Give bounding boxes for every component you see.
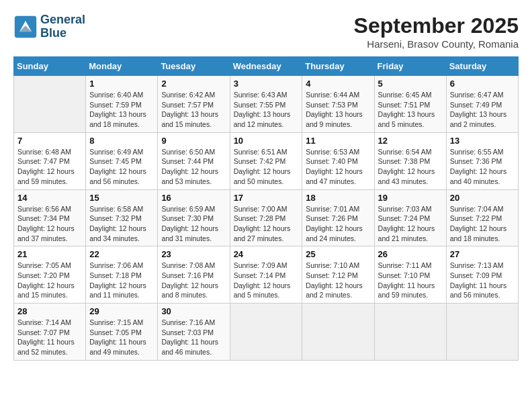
logo-icon [13, 15, 38, 39]
day-info: Sunrise: 7:04 AMSunset: 7:22 PMDaylight:… [450, 204, 515, 244]
day-info: Sunrise: 6:59 AMSunset: 7:30 PMDaylight:… [161, 204, 226, 244]
day-info: Sunrise: 6:45 AMSunset: 7:51 PMDaylight:… [378, 90, 443, 130]
calendar-cell: 30Sunrise: 7:16 AMSunset: 7:03 PMDayligh… [158, 304, 230, 361]
calendar-cell: 26Sunrise: 7:11 AMSunset: 7:10 PMDayligh… [374, 246, 446, 304]
day-info: Sunrise: 6:42 AMSunset: 7:57 PMDaylight:… [161, 90, 226, 130]
calendar-cell: 1Sunrise: 6:40 AMSunset: 7:59 PMDaylight… [86, 76, 158, 133]
calendar-cell: 23Sunrise: 7:08 AMSunset: 7:16 PMDayligh… [158, 246, 230, 304]
day-info: Sunrise: 6:55 AMSunset: 7:36 PMDaylight:… [450, 147, 515, 187]
calendar-cell [374, 304, 446, 361]
day-number: 23 [161, 249, 226, 259]
calendar-cell: 5Sunrise: 6:45 AMSunset: 7:51 PMDaylight… [374, 76, 446, 133]
day-info: Sunrise: 7:08 AMSunset: 7:16 PMDaylight:… [161, 261, 226, 300]
day-number: 6 [450, 79, 515, 89]
calendar-cell: 6Sunrise: 6:47 AMSunset: 7:49 PMDaylight… [446, 76, 518, 133]
day-info: Sunrise: 7:05 AMSunset: 7:20 PMDaylight:… [17, 261, 82, 300]
day-number: 22 [89, 249, 154, 259]
calendar-cell: 22Sunrise: 7:06 AMSunset: 7:18 PMDayligh… [86, 246, 158, 304]
weekday-header-tuesday: Tuesday [158, 57, 230, 76]
day-number: 15 [89, 193, 154, 203]
day-info: Sunrise: 7:10 AMSunset: 7:12 PMDaylight:… [306, 261, 370, 300]
weekday-header-wednesday: Wednesday [230, 57, 302, 76]
title-section: September 2025 Harseni, Brasov County, R… [354, 13, 519, 50]
page-header: General Blue September 2025 Harseni, Bra… [13, 13, 519, 50]
day-info: Sunrise: 7:00 AMSunset: 7:28 PMDaylight:… [234, 204, 299, 244]
calendar-cell [14, 76, 86, 133]
day-number: 19 [378, 193, 443, 203]
day-number: 7 [17, 136, 82, 146]
weekday-header-thursday: Thursday [302, 57, 374, 76]
day-info: Sunrise: 6:50 AMSunset: 7:44 PMDaylight:… [161, 147, 226, 187]
day-number: 10 [234, 136, 299, 146]
calendar-cell: 13Sunrise: 6:55 AMSunset: 7:36 PMDayligh… [446, 132, 518, 189]
day-info: Sunrise: 7:06 AMSunset: 7:18 PMDaylight:… [89, 261, 154, 300]
day-number: 13 [450, 136, 515, 146]
calendar-cell: 4Sunrise: 6:44 AMSunset: 7:53 PMDaylight… [302, 76, 374, 133]
day-info: Sunrise: 7:01 AMSunset: 7:26 PMDaylight:… [306, 204, 370, 244]
calendar-cell: 15Sunrise: 6:58 AMSunset: 7:32 PMDayligh… [86, 189, 158, 246]
day-number: 24 [234, 249, 299, 259]
day-info: Sunrise: 7:14 AMSunset: 7:07 PMDaylight:… [17, 318, 82, 357]
day-number: 3 [234, 79, 299, 89]
calendar-cell: 18Sunrise: 7:01 AMSunset: 7:26 PMDayligh… [302, 189, 374, 246]
day-info: Sunrise: 6:53 AMSunset: 7:40 PMDaylight:… [306, 147, 370, 187]
calendar-cell: 3Sunrise: 6:43 AMSunset: 7:55 PMDaylight… [230, 76, 302, 133]
day-info: Sunrise: 6:48 AMSunset: 7:47 PMDaylight:… [17, 147, 82, 187]
day-info: Sunrise: 7:09 AMSunset: 7:14 PMDaylight:… [234, 261, 299, 300]
day-number: 25 [306, 249, 370, 259]
weekday-header-friday: Friday [374, 57, 446, 76]
week-row-2: 7Sunrise: 6:48 AMSunset: 7:47 PMDaylight… [14, 132, 519, 189]
day-number: 28 [17, 306, 82, 316]
day-number: 18 [306, 193, 370, 203]
calendar-cell [302, 304, 374, 361]
week-row-5: 28Sunrise: 7:14 AMSunset: 7:07 PMDayligh… [14, 304, 519, 361]
calendar-cell: 2Sunrise: 6:42 AMSunset: 7:57 PMDaylight… [158, 76, 230, 133]
day-info: Sunrise: 6:58 AMSunset: 7:32 PMDaylight:… [89, 204, 154, 244]
calendar-cell: 20Sunrise: 7:04 AMSunset: 7:22 PMDayligh… [446, 189, 518, 246]
day-number: 4 [306, 79, 370, 89]
calendar-table: SundayMondayTuesdayWednesdayThursdayFrid… [13, 56, 519, 361]
weekday-header-monday: Monday [86, 57, 158, 76]
day-info: Sunrise: 7:16 AMSunset: 7:03 PMDaylight:… [161, 318, 226, 357]
calendar-cell: 8Sunrise: 6:49 AMSunset: 7:45 PMDaylight… [86, 132, 158, 189]
day-info: Sunrise: 6:40 AMSunset: 7:59 PMDaylight:… [89, 90, 154, 130]
calendar-cell: 19Sunrise: 7:03 AMSunset: 7:24 PMDayligh… [374, 189, 446, 246]
logo-text: General Blue [40, 13, 85, 40]
day-number: 16 [161, 193, 226, 203]
day-number: 17 [234, 193, 299, 203]
day-info: Sunrise: 6:56 AMSunset: 7:34 PMDaylight:… [17, 204, 82, 244]
calendar-cell: 17Sunrise: 7:00 AMSunset: 7:28 PMDayligh… [230, 189, 302, 246]
day-number: 29 [89, 306, 154, 316]
day-info: Sunrise: 7:15 AMSunset: 7:05 PMDaylight:… [89, 318, 154, 357]
month-title: September 2025 [354, 13, 519, 38]
calendar-cell: 9Sunrise: 6:50 AMSunset: 7:44 PMDaylight… [158, 132, 230, 189]
day-info: Sunrise: 6:43 AMSunset: 7:55 PMDaylight:… [234, 90, 299, 130]
calendar-cell: 29Sunrise: 7:15 AMSunset: 7:05 PMDayligh… [86, 304, 158, 361]
day-number: 20 [450, 193, 515, 203]
day-number: 27 [450, 249, 515, 259]
day-number: 5 [378, 79, 443, 89]
calendar-cell: 10Sunrise: 6:51 AMSunset: 7:42 PMDayligh… [230, 132, 302, 189]
day-info: Sunrise: 6:54 AMSunset: 7:38 PMDaylight:… [378, 147, 443, 187]
week-row-3: 14Sunrise: 6:56 AMSunset: 7:34 PMDayligh… [14, 189, 519, 246]
weekday-header-sunday: Sunday [14, 57, 86, 76]
weekday-header-saturday: Saturday [446, 57, 518, 76]
day-info: Sunrise: 7:11 AMSunset: 7:10 PMDaylight:… [378, 261, 443, 300]
day-info: Sunrise: 7:03 AMSunset: 7:24 PMDaylight:… [378, 204, 443, 244]
day-info: Sunrise: 6:44 AMSunset: 7:53 PMDaylight:… [306, 90, 370, 130]
day-number: 2 [161, 79, 226, 89]
calendar-cell: 12Sunrise: 6:54 AMSunset: 7:38 PMDayligh… [374, 132, 446, 189]
calendar-cell: 24Sunrise: 7:09 AMSunset: 7:14 PMDayligh… [230, 246, 302, 304]
day-info: Sunrise: 6:47 AMSunset: 7:49 PMDaylight:… [450, 90, 515, 130]
day-number: 14 [17, 193, 82, 203]
day-info: Sunrise: 6:49 AMSunset: 7:45 PMDaylight:… [89, 147, 154, 187]
weekday-header-row: SundayMondayTuesdayWednesdayThursdayFrid… [14, 57, 519, 76]
day-number: 21 [17, 249, 82, 259]
day-info: Sunrise: 6:51 AMSunset: 7:42 PMDaylight:… [234, 147, 299, 187]
day-number: 9 [161, 136, 226, 146]
calendar-cell: 7Sunrise: 6:48 AMSunset: 7:47 PMDaylight… [14, 132, 86, 189]
day-info: Sunrise: 7:13 AMSunset: 7:09 PMDaylight:… [450, 261, 515, 300]
location-subtitle: Harseni, Brasov County, Romania [354, 38, 519, 50]
day-number: 8 [89, 136, 154, 146]
calendar-cell: 16Sunrise: 6:59 AMSunset: 7:30 PMDayligh… [158, 189, 230, 246]
